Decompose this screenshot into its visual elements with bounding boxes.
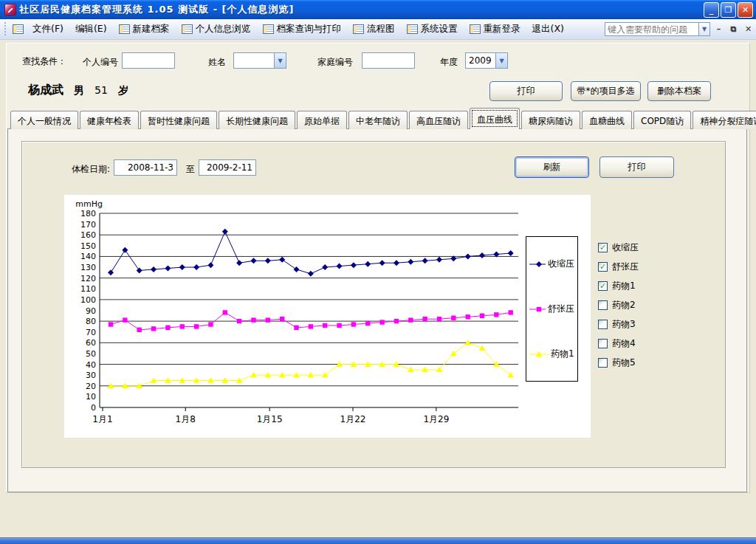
tab-血压曲线[interactable]: 血压曲线 (470, 108, 520, 129)
menu-item-系统设置[interactable]: 系统设置 (401, 20, 464, 38)
svg-text:mmHg: mmHg (75, 199, 103, 209)
menu-item-档案查询与打印[interactable]: 档案查询与打印 (257, 20, 348, 38)
unchecked-checkbox[interactable] (598, 358, 608, 368)
print-button[interactable]: 打印 (489, 81, 563, 101)
family-id-input[interactable] (362, 52, 415, 69)
close-button[interactable]: ✕ (738, 2, 753, 18)
personal-id-label: 个人编号 (83, 56, 118, 69)
tab-暂时性健康问题[interactable]: 暂时性健康问题 (140, 111, 217, 129)
svg-text:10: 10 (86, 392, 96, 402)
series-checkbox-column: ✓收缩压✓舒张压✓药物1药物2药物3药物4药物5 (598, 238, 639, 372)
window-title: 社区居民健康档案管理系统 1.05 测试版 - [个人信息浏览] (19, 3, 294, 16)
minimize-button[interactable]: _ (704, 2, 719, 18)
delete-record-button[interactable]: 删除本档案 (647, 81, 711, 101)
toolbar-grip-icon[interactable] (4, 22, 7, 37)
multiselect-button[interactable]: 带*的项目多选 (571, 81, 641, 101)
name-combobox[interactable]: ▼ (233, 52, 286, 69)
svg-text:1月8: 1月8 (176, 414, 196, 424)
series-checkbox-row[interactable]: 药物3 (598, 314, 639, 334)
unchecked-checkbox[interactable] (598, 339, 608, 348)
menu-item-个人信息浏览[interactable]: 个人信息浏览 (176, 20, 257, 38)
legend-entry: 收缩压 (529, 258, 574, 270)
unchecked-checkbox[interactable] (598, 300, 608, 310)
svg-text:150: 150 (80, 241, 96, 251)
date-to-input[interactable] (199, 159, 256, 176)
patient-age: 51 (94, 84, 108, 96)
tab-COPD随访[interactable]: COPD随访 (633, 111, 691, 129)
svg-text:170: 170 (80, 220, 96, 230)
menu-item-label: 系统设置 (421, 23, 458, 35)
series-checkbox-row[interactable]: ✓药物1 (598, 276, 639, 295)
svg-text:60: 60 (86, 338, 96, 348)
date-from-input[interactable] (114, 159, 177, 176)
date-to-label: 至 (186, 163, 195, 176)
patient-gender: 男 (74, 84, 84, 97)
menu-item-退出(X)[interactable]: 退出(X) (526, 20, 570, 38)
checked-checkbox[interactable]: ✓ (598, 281, 608, 291)
svg-text:120: 120 (80, 274, 96, 283)
mdi-restore-button[interactable]: ⧉ (727, 23, 740, 36)
checkbox-label: 药物5 (612, 357, 636, 369)
menu-item-文件(F)[interactable]: 文件(F) (27, 20, 69, 38)
help-search-input[interactable] (605, 22, 699, 36)
svg-text:100: 100 (80, 295, 96, 305)
restore-button[interactable]: ❐ (721, 2, 736, 18)
checkbox-label: 舒张压 (612, 261, 639, 273)
menu-item-label: 流程图 (367, 23, 395, 35)
application-window: 社区居民健康档案管理系统 1.05 测试版 - [个人信息浏览] _ ❐ ✕ 文… (0, 0, 756, 544)
menu-item-icon[interactable] (10, 21, 27, 37)
menu-item-label: 个人信息浏览 (196, 23, 251, 35)
chevron-down-icon[interactable]: ▼ (495, 53, 507, 68)
tab-中老年随访[interactable]: 中老年随访 (348, 111, 408, 129)
series-checkbox-row[interactable]: 药物5 (598, 353, 639, 372)
personal-id-input[interactable] (122, 52, 175, 69)
tab-健康年检表[interactable]: 健康年检表 (80, 111, 139, 129)
series-checkbox-row[interactable]: 药物4 (598, 334, 639, 353)
tab-page-blood-pressure-curve: 体检日期: 至 刷新 打印 01020304050607080901001101… (7, 128, 747, 492)
tab-原始单据[interactable]: 原始单据 (297, 111, 347, 129)
chevron-down-icon[interactable]: ▼ (274, 53, 286, 68)
tab-精神分裂症随访[interactable]: 精神分裂症随访 (693, 111, 756, 129)
panel-print-button[interactable]: 打印 (599, 156, 674, 178)
checked-checkbox[interactable]: ✓ (598, 262, 608, 272)
mdi-close-button[interactable]: ✕ (742, 23, 755, 36)
menu-item-新建档案[interactable]: 新建档案 (113, 20, 176, 38)
checkbox-label: 药物2 (612, 299, 636, 311)
chevron-down-icon[interactable]: ▼ (699, 22, 710, 36)
menu-item-编辑(E)[interactable]: 编辑(E) (69, 20, 113, 38)
legend-label: 收缩压 (548, 258, 574, 270)
bp-chart-svg: 0102030405060708090100110120130140150160… (64, 195, 591, 438)
mdi-minimize-button[interactable]: – (712, 23, 725, 36)
menu-bar: 文件(F)编辑(E)新建档案个人信息浏览档案查询与打印流程图系统设置重新登录退出… (0, 19, 756, 40)
form-icon (470, 24, 481, 34)
legend-entry: 药物1 (529, 348, 574, 360)
chart-legend: 收缩压舒张压药物1 (526, 236, 578, 382)
menu-item-流程图[interactable]: 流程图 (347, 20, 401, 38)
tab-长期性健康问题[interactable]: 长期性健康问题 (219, 111, 295, 129)
bp-curve-panel: 体检日期: 至 刷新 打印 01020304050607080901001101… (21, 141, 726, 468)
checked-checkbox[interactable]: ✓ (598, 243, 608, 252)
series-checkbox-row[interactable]: ✓收缩压 (598, 238, 639, 257)
legend-label: 舒张压 (548, 303, 574, 315)
checkbox-label: 药物3 (612, 318, 636, 331)
svg-text:1月22: 1月22 (340, 414, 366, 424)
menu-item-重新登录[interactable]: 重新登录 (464, 20, 526, 38)
tab-血糖曲线[interactable]: 血糖曲线 (582, 111, 632, 129)
unchecked-checkbox[interactable] (598, 320, 608, 329)
svg-text:160: 160 (80, 230, 96, 240)
tab-高血压随访[interactable]: 高血压随访 (409, 111, 468, 129)
series-checkbox-row[interactable]: 药物2 (598, 295, 639, 314)
tab-个人一般情况[interactable]: 个人一般情况 (10, 111, 78, 129)
year-combobox[interactable]: 2009 ▼ (465, 52, 508, 69)
series-checkbox-row[interactable]: ✓舒张压 (598, 257, 639, 276)
menu-item-label: 新建档案 (133, 23, 170, 35)
svg-text:20: 20 (86, 382, 96, 391)
square-marker-icon (529, 306, 546, 313)
tab-糖尿病随访[interactable]: 糖尿病随访 (521, 111, 580, 129)
taskbar-edge[interactable] (0, 537, 756, 544)
svg-text:0: 0 (91, 403, 96, 413)
menu-items: 文件(F)编辑(E)新建档案个人信息浏览档案查询与打印流程图系统设置重新登录退出… (10, 20, 570, 38)
svg-text:70: 70 (86, 328, 96, 337)
refresh-button[interactable]: 刷新 (515, 156, 589, 178)
checkbox-label: 药物4 (612, 337, 636, 350)
